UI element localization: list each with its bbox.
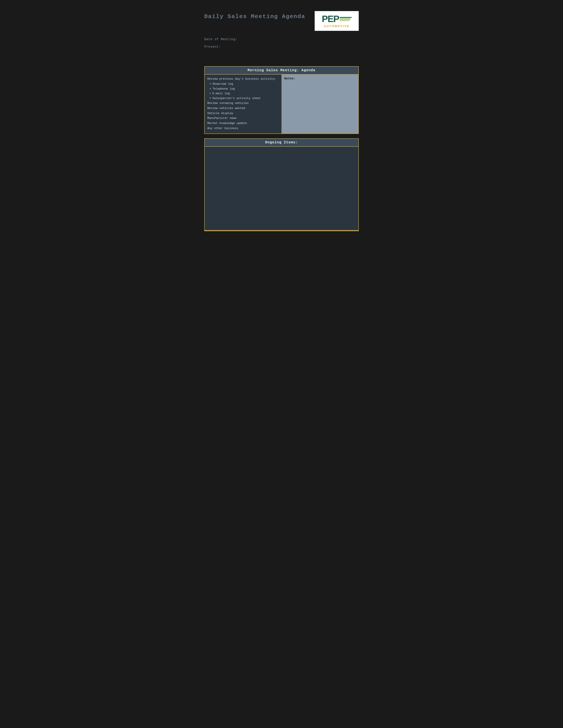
present-label: Present: [204, 45, 359, 49]
bottom-border [204, 231, 359, 231]
sub-item-salesperson-label: Salesperson's activity sheet [212, 96, 260, 101]
logo-swoosh [340, 17, 352, 21]
date-label: Date of Meeting: [204, 38, 359, 41]
bullet-icon: » [209, 82, 211, 86]
logo-pep-row: PEP [317, 14, 357, 24]
agenda-text: Review previous day’s business activity:… [207, 77, 279, 131]
main-item-manufacturer: Manufacturer news [207, 116, 279, 121]
sub-item-salesperson: » Salesperson's activity sheet [209, 96, 279, 101]
sub-item-telephone: » Telephone log [209, 87, 279, 91]
main-item-display: Vehicle display [207, 111, 279, 116]
main-item-other: Any other business [207, 126, 279, 131]
logo-automotive-text: AUTOMOTIVE [324, 24, 350, 28]
morning-section-table: Morning Sales Meeting: Agenda Review pre… [204, 66, 359, 134]
agenda-intro: Review previous day’s business activity: [207, 77, 279, 81]
page: Daily Sales Meeting Agenda PEP AUTOMOTIV… [195, 4, 368, 724]
swoosh-line-3 [340, 20, 350, 21]
sub-item-showroom: » Showroom log [209, 82, 279, 86]
sub-item-telephone-label: Telephone log [212, 87, 235, 91]
swoosh-line-1 [340, 17, 352, 18]
notes-cell: Notes: [282, 74, 359, 134]
morning-header-row: Morning Sales Meeting: Agenda [204, 66, 359, 74]
bullet-icon: » [209, 87, 211, 91]
morning-header-cell: Morning Sales Meeting: Agenda [204, 66, 359, 74]
page-title: Daily Sales Meeting Agenda [204, 13, 305, 20]
logo-pep-text: PEP [322, 14, 339, 24]
logo: PEP AUTOMOTIVE [315, 11, 359, 31]
swoosh-line-2 [340, 19, 351, 19]
meta-section: Date of Meeting: Present: [204, 38, 359, 49]
bullet-icon: » [209, 96, 211, 100]
main-item-incoming: Review incoming vehicles [207, 101, 279, 106]
agenda-cell: Review previous day’s business activity:… [204, 74, 282, 134]
sub-item-showroom-label: Showroom log [212, 82, 233, 86]
ongoing-header-cell: Ongoing Items: [204, 139, 359, 146]
ongoing-section-table: Ongoing Items: [204, 138, 359, 231]
ongoing-content-cell [204, 146, 359, 230]
header: Daily Sales Meeting Agenda PEP AUTOMOTIV… [204, 11, 359, 31]
notes-label: Notes: [285, 77, 356, 80]
sub-item-email-label: E-mail log [212, 91, 229, 96]
bullet-icon: » [209, 91, 211, 96]
morning-content-row: Review previous day’s business activity:… [204, 74, 359, 134]
main-item-wanted: Review vehicles wanted [207, 106, 279, 111]
ongoing-content-row [204, 146, 359, 230]
main-item-market: Market knowledge update [207, 121, 279, 126]
spacer [204, 53, 359, 66]
sub-item-email: » E-mail log [209, 91, 279, 96]
ongoing-header-row: Ongoing Items: [204, 139, 359, 146]
